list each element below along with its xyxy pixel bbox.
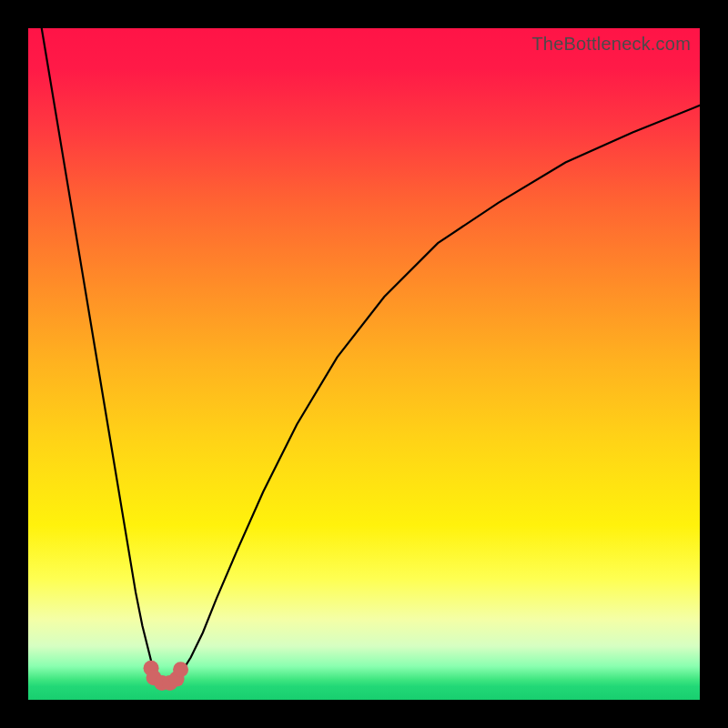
watermark-text: TheBottleneck.com (531, 34, 691, 55)
bottleneck-curve (28, 28, 700, 700)
plot-area: TheBottleneck.com (28, 28, 700, 700)
marker-dot (173, 662, 188, 677)
right-branch-line (173, 106, 700, 682)
bottom-marker-cluster (144, 661, 188, 691)
figure-frame: TheBottleneck.com (0, 0, 728, 728)
left-branch-line (42, 28, 161, 682)
